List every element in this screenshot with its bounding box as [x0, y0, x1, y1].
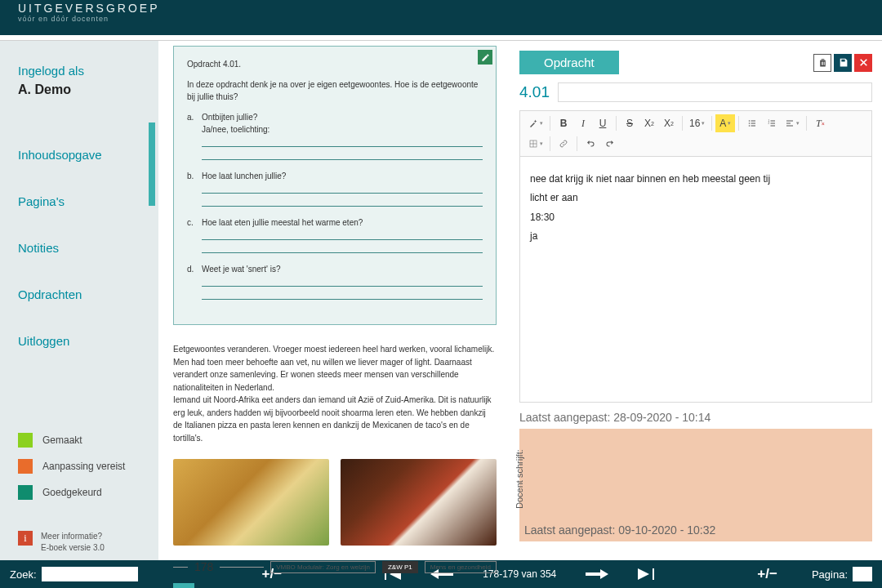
delete-button[interactable] — [813, 54, 831, 72]
save-icon — [838, 57, 849, 68]
legend-made: Gemaakt — [18, 433, 125, 448]
tool-table[interactable]: ▾ — [525, 135, 546, 153]
tool-bold[interactable]: B — [554, 114, 573, 132]
editor-panel: Opdracht 4.01 ▾ B I U S — [505, 41, 882, 560]
edit-assignment-button[interactable] — [478, 50, 492, 65]
nav-assignments[interactable]: Opdrachten — [18, 287, 140, 301]
tool-strike[interactable]: S — [620, 114, 639, 132]
svg-rect-4 — [751, 123, 756, 124]
svg-rect-8 — [771, 126, 776, 127]
chip-code: Z&W P1 — [382, 561, 418, 573]
answer-line — [202, 242, 483, 253]
teacher-comment-box[interactable]: Docent schrijft: Laatst aangepast: 09-10… — [519, 429, 872, 541]
legend-adjust-swatch — [18, 459, 33, 474]
answer-line — [202, 275, 483, 287]
add-button[interactable]: + — [173, 583, 194, 588]
search-label: Zoek: — [10, 568, 37, 581]
svg-rect-3 — [751, 121, 756, 122]
tool-magic[interactable]: ▾ — [525, 114, 546, 132]
undo-icon — [586, 139, 595, 149]
save-button[interactable] — [834, 54, 852, 72]
tool-ol[interactable]: 12 — [762, 114, 782, 132]
answer-line — [202, 229, 483, 240]
info-icon: i — [18, 531, 33, 546]
tool-align[interactable]: ▾ — [782, 114, 803, 132]
tool-highlight[interactable]: A▾ — [715, 114, 735, 132]
tool-superscript[interactable]: X2 — [639, 114, 659, 132]
tool-undo[interactable] — [581, 135, 600, 153]
svg-rect-11 — [786, 121, 793, 122]
editor-textarea[interactable]: nee dat krijg ik niet naar binnen en heb… — [520, 157, 871, 402]
food-image-tacos — [173, 459, 329, 546]
close-button[interactable] — [854, 54, 872, 72]
body-paragraphs: Eetgewoontes veranderen. Vroeger moest i… — [173, 343, 497, 444]
svg-point-2 — [749, 125, 751, 127]
logged-in-label: Ingelogd als — [18, 64, 140, 78]
nav-toc[interactable]: Inhoudsopgave — [18, 148, 140, 162]
tool-link[interactable] — [554, 135, 573, 153]
food-image-pizza — [341, 459, 497, 546]
legend-made-swatch — [18, 433, 33, 448]
close-icon — [858, 57, 869, 68]
svg-rect-13 — [786, 126, 793, 127]
assignment-box: Opdracht 4.01. In deze opdracht denk je … — [173, 46, 497, 325]
search-input[interactable] — [42, 567, 138, 581]
link-icon — [559, 139, 568, 149]
tool-subscript[interactable]: X2 — [659, 114, 679, 132]
svg-text:2: 2 — [768, 122, 770, 125]
teacher-last-modified: Laatst aangepast: 09-10-2020 - 10:32 — [524, 523, 715, 537]
table-icon — [528, 139, 538, 149]
legend-approved-label: Goedgekeurd — [42, 487, 102, 498]
svg-rect-6 — [771, 121, 776, 122]
trash-icon — [817, 57, 828, 68]
legend-adjust: Aanpassing vereist — [18, 459, 125, 474]
image-row — [173, 459, 497, 546]
answer-line — [202, 136, 483, 147]
page-jump-input[interactable] — [853, 567, 872, 581]
question-c: c. Hoe laat eten jullie meestal het warm… — [187, 216, 483, 255]
tool-italic[interactable]: I — [573, 114, 593, 132]
assignment-title: Opdracht 4.01. — [187, 58, 483, 70]
answer-line — [202, 288, 483, 300]
tool-redo[interactable] — [600, 135, 620, 153]
brand-subtitle: vóór en dóór docenten — [18, 15, 864, 23]
pencil-icon — [481, 53, 490, 62]
brand-title: UITGEVERSGROEP — [18, 2, 864, 15]
question-d: d. Weet je wat 'snert' is? — [187, 263, 483, 301]
answer-line — [202, 149, 483, 160]
zoom-toggle-right[interactable]: +/− — [757, 566, 777, 582]
legend: Gemaakt Aanpassing vereist Goedgekeurd — [18, 433, 125, 511]
legend-made-label: Gemaakt — [42, 434, 82, 446]
answer-line — [202, 182, 483, 194]
question-b: b. Hoe laat lunchen jullie? — [187, 170, 483, 208]
info-block[interactable]: i Meer informatie?E-boek versie 3.0 — [18, 531, 105, 554]
page-tab-handle[interactable] — [149, 122, 155, 206]
brand-header: UITGEVERSGROEP vóór en dóór docenten — [0, 0, 882, 35]
svg-rect-12 — [786, 123, 791, 124]
header-separator — [0, 35, 882, 41]
legend-adjust-label: Aanpassing vereist — [42, 461, 125, 472]
svg-rect-5 — [751, 126, 756, 127]
svg-point-1 — [749, 122, 751, 124]
svg-marker-20 — [586, 569, 608, 579]
svg-rect-7 — [771, 123, 776, 124]
tool-clear-format[interactable]: T× — [810, 114, 830, 132]
list-ol-icon: 12 — [767, 118, 777, 128]
align-icon — [785, 118, 795, 128]
nav-last[interactable] — [638, 568, 654, 580]
rich-text-editor: ▾ B I U S X2 X2 16▾ A▾ 12 ▾ T× ▾ — [519, 110, 872, 403]
nav-logout[interactable]: Uitloggen — [18, 334, 140, 348]
title-input[interactable] — [558, 82, 872, 102]
question-a: a. Ontbijten jullie? Ja/nee, toelichting… — [187, 111, 483, 162]
toolbar: ▾ B I U S X2 X2 16▾ A▾ 12 ▾ T× ▾ — [520, 111, 871, 157]
nav-pages[interactable]: Pagina's — [18, 194, 140, 208]
nav-notes[interactable]: Notities — [18, 241, 140, 255]
page-number: 178 — [194, 560, 213, 573]
tool-ul[interactable] — [742, 114, 762, 132]
chip-module: VMBO Modulair: Zorg en welzijn — [270, 561, 376, 573]
tool-fontsize[interactable]: 16▾ — [686, 114, 708, 132]
tool-underline[interactable]: U — [593, 114, 612, 132]
chip-topic: Mens en gezondheid — [425, 561, 497, 573]
info-text: Meer informatie?E-boek versie 3.0 — [41, 531, 105, 554]
nav-next[interactable] — [586, 569, 608, 579]
